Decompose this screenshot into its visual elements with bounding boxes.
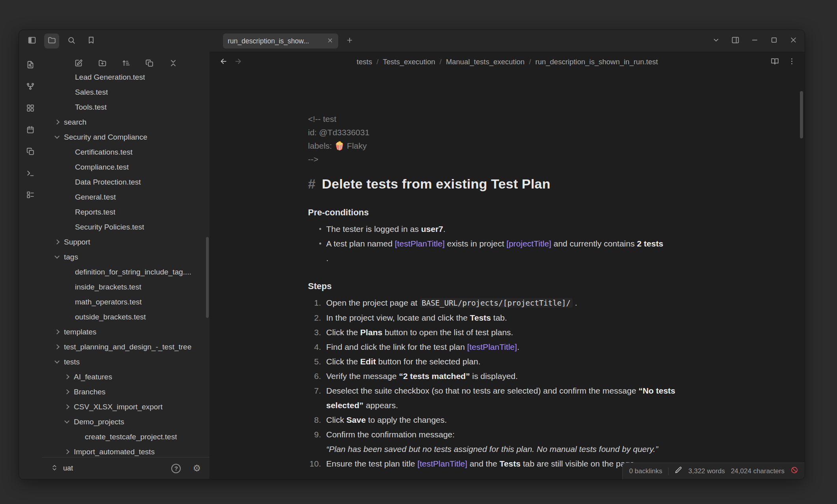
new-tab-button[interactable] — [343, 35, 356, 47]
tab-list-dropdown-button[interactable] — [712, 36, 720, 46]
files-tab-button[interactable] — [44, 34, 59, 49]
minimize-button[interactable] — [751, 36, 759, 46]
toggle-right-sidebar-button[interactable] — [731, 36, 740, 46]
tree-file-item[interactable]: Data Protection.test — [42, 175, 210, 190]
list-number: 2. — [308, 310, 326, 325]
forward-button[interactable] — [234, 57, 242, 67]
tab-close-button[interactable] — [327, 37, 333, 45]
tree-folder-item[interactable]: templates — [42, 325, 210, 340]
reading-view-button[interactable] — [771, 57, 779, 67]
list-item: 1.Open the project page at BASE_URL/proj… — [308, 295, 707, 310]
breadcrumb-segment[interactable]: tests — [357, 58, 372, 66]
sync-error-indicator[interactable] — [790, 466, 798, 476]
tree-file-item[interactable]: Sales.test — [42, 85, 210, 100]
tree-file-item[interactable]: General.test — [42, 190, 210, 205]
tree-folder-item[interactable]: search — [42, 115, 210, 130]
arrow-left-icon — [219, 57, 228, 65]
editor-content[interactable]: <!-- testid: @Td3336031labels: 🍿 Flaky--… — [210, 72, 805, 479]
settings-button[interactable]: ⚙ — [193, 464, 201, 473]
editor-scrollbar[interactable] — [800, 91, 803, 138]
tree-folder-item[interactable]: Branches — [42, 385, 210, 399]
tree-file-item[interactable]: create_testcafe_project.test — [42, 429, 210, 444]
tree-folder-item[interactable]: Support — [42, 235, 210, 250]
tree-file-item[interactable]: outside_brackets.test — [42, 310, 210, 325]
tree-folder-item[interactable]: AI_features — [42, 370, 210, 385]
breadcrumb-segment[interactable]: Tests_execution — [383, 58, 435, 66]
comment-line: labels: 🍿 Flaky — [308, 139, 707, 153]
tree-file-item[interactable]: Security Policies.test — [42, 220, 210, 235]
breadcrumb-segment[interactable]: Manual_tests_execution — [446, 58, 525, 66]
tree-file-item[interactable]: definition_for_string_include_tag.... — [42, 265, 210, 280]
tree-folder-item[interactable]: test_planning_and_design_-_test_tree — [42, 340, 210, 355]
new-folder-button[interactable] — [96, 58, 109, 70]
more-options-button[interactable] — [788, 57, 796, 67]
vault-switcher-button[interactable] — [51, 464, 58, 473]
ribbon-canvas-button[interactable] — [24, 102, 37, 116]
chevron-down-icon — [54, 254, 60, 259]
list-item: 3.Click the Plans button to open the lis… — [308, 325, 707, 340]
tree-item-label: test_planning_and_design_-_test_tree — [64, 343, 191, 351]
tree-folder-item[interactable]: CSV_XLSX_import_export — [42, 399, 210, 414]
tree-folder-item[interactable]: tags — [42, 250, 210, 265]
terminal-icon — [26, 169, 35, 179]
internal-link[interactable]: [testPlanTitle] — [418, 459, 467, 468]
tree-item-label: Reports.test — [75, 208, 115, 217]
stacked-panes-button[interactable] — [143, 58, 156, 70]
help-button[interactable]: ? — [171, 464, 181, 473]
text-run: and currently contains — [551, 239, 637, 248]
back-button[interactable] — [219, 57, 228, 67]
search-tab-button[interactable] — [64, 34, 79, 49]
close-window-button[interactable] — [789, 36, 798, 46]
text-run: Edit — [360, 357, 376, 366]
tree-folder-item[interactable]: Import_automated_tests — [42, 444, 210, 457]
new-note-button[interactable] — [72, 58, 85, 70]
editor-tab[interactable]: run_description_is_show... — [223, 34, 338, 49]
tree-file-item[interactable]: Reports.test — [42, 205, 210, 220]
close-icon — [789, 36, 798, 44]
ribbon-graph-button[interactable] — [24, 80, 37, 94]
toggle-left-sidebar-button[interactable] — [24, 34, 39, 49]
list-number: 3. — [308, 325, 326, 340]
chevrons-up-down-icon — [51, 464, 58, 472]
tree-file-item[interactable]: Compliance.test — [42, 160, 210, 175]
tree-item-label: Security Policies.test — [75, 223, 144, 231]
tree-file-item[interactable]: Lead Generation.test — [42, 70, 210, 85]
book-open-icon — [771, 57, 779, 65]
stack-icon — [145, 59, 154, 69]
internal-link[interactable]: [testPlanTitle] — [467, 342, 517, 351]
file-search-icon — [26, 60, 35, 71]
edit-mode-button[interactable] — [674, 466, 682, 476]
tree-folder-item[interactable]: Security and Compliance — [42, 130, 210, 145]
tree-file-item[interactable]: math_operators.test — [42, 295, 210, 310]
ribbon-list-button[interactable] — [24, 189, 37, 202]
maximize-button[interactable] — [770, 36, 778, 46]
ribbon-terminal-button[interactable] — [24, 167, 37, 181]
tree-file-item[interactable]: Certifications.test — [42, 145, 210, 160]
tree-folder-item[interactable]: Demo_projects — [42, 414, 210, 429]
sort-order-button[interactable] — [120, 58, 132, 70]
text-run: Plans — [360, 328, 382, 337]
chevron-right-icon — [64, 374, 69, 379]
internal-link[interactable]: [testPlanTitle] — [395, 239, 444, 248]
ribbon-daily-note-button[interactable] — [24, 124, 37, 137]
breadcrumb-segment[interactable]: run_description_is_shown_in_run.test — [536, 58, 658, 66]
pencil-icon — [674, 466, 682, 474]
backlinks-count[interactable]: 0 backlinks — [629, 467, 662, 475]
tree-file-item[interactable]: inside_brackets.test — [42, 280, 210, 295]
sidebar-left-toggle-icon — [28, 36, 36, 46]
text-run: “Plan has been saved but no tests assign… — [326, 444, 658, 454]
list-number: 4. — [308, 340, 326, 354]
internal-link[interactable]: [projectTitle] — [506, 239, 551, 248]
list-number: 10. — [308, 456, 326, 471]
vault-name[interactable]: uat — [63, 464, 167, 472]
text-run: is displayed. — [470, 371, 518, 381]
explorer-scrollbar[interactable] — [206, 237, 209, 318]
collapse-all-button[interactable] — [167, 58, 180, 70]
tree-folder-item[interactable]: tests — [42, 355, 210, 370]
ribbon-templates-button[interactable] — [24, 146, 37, 159]
tree-file-item[interactable]: Tools.test — [42, 100, 210, 115]
text-run: Ensure the test plan title — [326, 459, 418, 468]
text-run: BASE_URL/projects/[projectTitle]/ — [420, 298, 573, 308]
ribbon-file-search-button[interactable] — [24, 59, 37, 72]
bookmarks-tab-button[interactable] — [84, 34, 99, 49]
